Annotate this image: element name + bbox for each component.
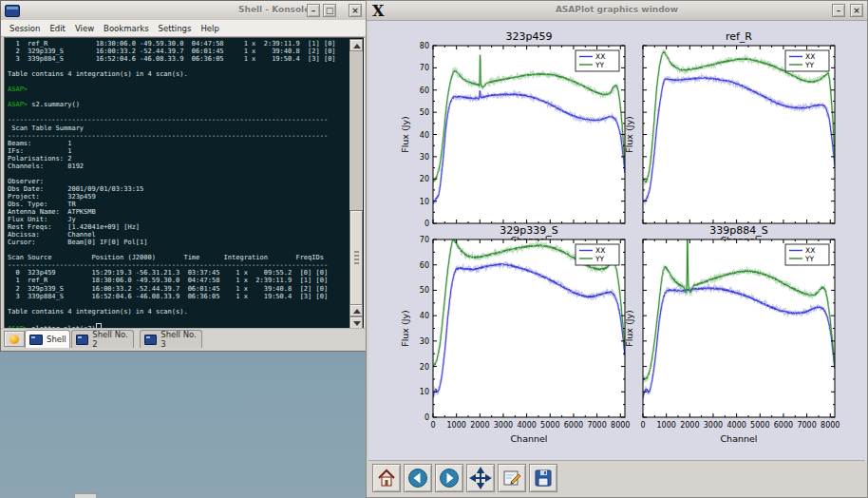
maximize-button[interactable]: □ [323,4,336,17]
asaplot-title: ASAPlot graphics window [556,5,678,14]
konsole-titlebar[interactable]: Shell - Konsole – □ × [1,1,366,21]
y-tick-label: 60 [420,261,429,270]
y-tick-label: 80 [420,42,429,50]
axes-background [433,46,625,223]
y-tick-label: 30 [420,337,429,346]
terminal-line: 0 323p459 15:29:19.3 -56.31.21.3 03:37:4… [8,269,349,277]
pan-button[interactable] [466,464,495,492]
y-tick-label: 40 [420,131,429,140]
terminal-output: 1 ref_R 18:30:06.0 -49.59.30.0 04:47:58 … [8,40,349,330]
plot-toolbar [368,460,865,495]
konsole-tabbar: ShellShell No. 2Shell No. 3 [1,328,366,349]
terminal-line: IFs: 1 [8,147,349,155]
konsole-title: Shell - Konsole [238,5,310,14]
x-tick-label: 1000 [446,421,465,430]
asaplot-titlebar[interactable]: X ASAPlot graphics window – × [367,1,867,21]
scrollbar-thumb[interactable] [349,210,363,305]
terminal-line: Cursor: Beam[0] IF[0] Pol[1] [8,239,349,246]
new-session-button[interactable] [4,331,25,347]
x-axis-label: Channel [720,433,757,444]
menu-item-view[interactable]: View [70,22,99,35]
menu-item-help[interactable]: Help [196,22,223,35]
configure-subplots-button[interactable] [498,464,526,492]
terminal-line: Abcissa: Channel [8,231,349,239]
tab-shell-no-3[interactable]: Shell No. 3 [140,330,202,348]
subplot-ref_R: ref_RFlux (Jy)XXYY [624,30,835,223]
konsole-window: Shell - Konsole – □ × SessionEditViewBoo… [0,0,367,352]
axes-background [643,239,835,417]
terminal-line: Obs. Type: TR [8,201,349,208]
terminal-line: Polarisations: 2 [8,155,349,163]
subplot-329p339_S: 0100020003000400050006000700080000102030… [400,224,630,444]
x-tick-label: 0 [430,421,435,430]
home-icon [375,467,398,489]
menu-item-session[interactable]: Session [5,22,45,35]
terminal-line: Table contains 4 integration(s) in 4 sca… [8,70,349,78]
terminal-line: Rest Freqs: [1.42041e+09] [Hz] [8,223,349,231]
legend-label-yy: YY [594,61,605,69]
legend: XXYY [785,244,829,265]
forward-button[interactable] [435,464,463,492]
terminal-line: 3 339p884_S 16:52:04.6 -46.08.33.9 06:36… [8,293,349,300]
terminal-line: Beams: 1 [8,140,349,147]
terminal-line [8,108,349,116]
menu-item-bookmarks[interactable]: Bookmarks [99,22,154,35]
x-tick-label: 1000 [656,421,675,430]
menu-item-settings[interactable]: Settings [154,22,197,35]
y-tick-label: 50 [420,286,429,295]
terminal-viewport[interactable]: 1 ref_R 18:30:06.0 -49.59.30.0 04:47:58 … [4,37,365,331]
y-axis-label: Flux (Jy) [400,116,410,153]
x-tick-label: 8000 [821,421,840,430]
scroll-up-button-2[interactable] [349,304,363,316]
y-tick-label: 40 [420,312,429,320]
new-session-icon [9,335,19,344]
terminal-tab-icon [76,335,88,345]
menu-item-edit[interactable]: Edit [45,22,69,35]
save-button[interactable] [529,464,557,492]
terminal-line: ----------------------------------------… [8,261,349,269]
terminal-line [8,316,349,323]
y-axis-label: Flux (Jy) [400,310,410,347]
terminal-line: Antenna Name: ATPKSMB [8,208,349,216]
terminal-line: Obs Date: 2001/09/01/03:33:15 [8,185,349,193]
x-tick-label: 6000 [564,421,583,430]
chart-title: ref_R [726,30,752,43]
scroll-up-button[interactable] [349,39,363,51]
y-tick-label: 50 [420,108,429,117]
terminal-scrollbar[interactable] [349,39,363,329]
y-tick-label: 20 [420,175,429,183]
plot-close-button[interactable]: × [850,4,863,17]
back-icon [406,467,429,489]
figure-canvas[interactable]: ChannelChannel01020304050607080323p459Fl… [368,21,867,462]
x-tick-label: 5000 [540,421,559,430]
terminal-line [8,78,349,86]
terminal-line [8,93,349,101]
legend-label-yy: YY [804,255,815,263]
terminal-line [8,300,349,308]
asap-prompt: ASAP> [8,101,31,108]
terminal-line: 2 329p339_S 16:00:33.2 -52.44.39.7 06:01… [8,285,349,293]
plot-minimize-button[interactable]: – [832,4,845,17]
tab-shell-no-2[interactable]: Shell No. 2 [71,330,134,348]
x-tick-label: 2000 [470,421,489,430]
terminal-line: 2 329p339_S 16:00:33.2 -52.44.39.7 06:01… [8,48,349,55]
close-button[interactable]: × [349,4,362,17]
terminal-line [8,246,349,254]
terminal-tab-icon [29,335,43,345]
tab-shell[interactable]: Shell [25,330,70,348]
terminal-line: ASAP> s2.summary() [8,101,349,108]
back-button[interactable] [404,464,432,492]
terminal-line: Channels: 8192 [8,163,349,170]
save-icon [532,467,555,489]
x-tick-label: 5000 [750,421,769,430]
minimize-button[interactable]: – [307,4,320,17]
terminal-line: 3 339p884_S 16:52:04.6 -46.08.33.9 06:36… [8,55,349,63]
terminal-line: ----------------------------------------… [8,132,349,140]
y-tick-label: 70 [420,64,429,72]
y-tick-label: 60 [420,86,429,95]
legend: XXYY [785,50,829,71]
home-button[interactable] [372,464,401,492]
x-tick-label: 7000 [797,421,816,430]
y-tick-label: 0 [425,220,429,228]
terminal-tab-icon [144,335,157,345]
